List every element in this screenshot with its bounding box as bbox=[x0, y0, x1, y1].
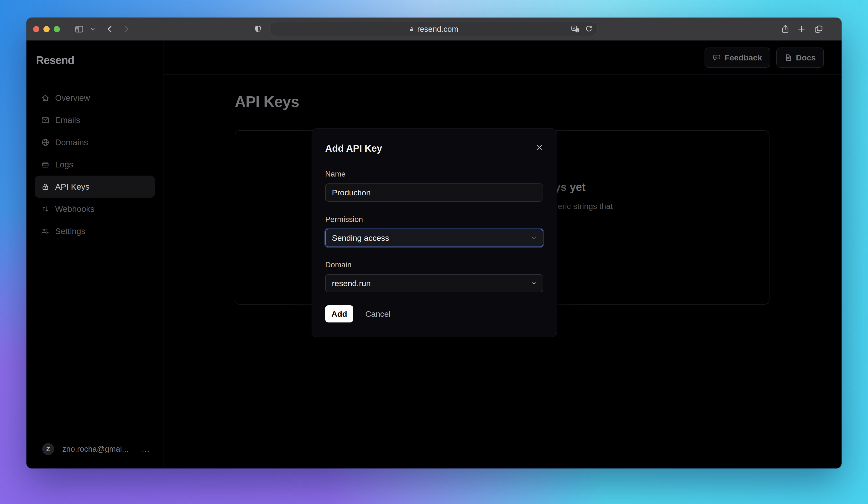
sidebar-item-settings[interactable]: Settings bbox=[35, 220, 155, 242]
add-button[interactable]: Add bbox=[325, 305, 353, 322]
sidebar-item-domains[interactable]: Domains bbox=[35, 131, 155, 153]
main-header: Feedback Docs bbox=[163, 41, 841, 74]
zoom-window-button[interactable] bbox=[54, 26, 60, 32]
settings-sliders-icon bbox=[41, 227, 50, 235]
reload-icon[interactable] bbox=[585, 25, 593, 33]
add-api-key-modal: Add API Key Name Permission Sending acce… bbox=[312, 129, 557, 337]
user-email: zno.rocha@gmai... bbox=[62, 444, 128, 454]
minimize-window-button[interactable] bbox=[43, 26, 50, 32]
lock-icon bbox=[409, 26, 414, 32]
svg-text:a: a bbox=[577, 28, 578, 32]
page-title: API Keys bbox=[235, 93, 299, 111]
close-window-button[interactable] bbox=[33, 26, 39, 32]
sidebar-item-label: Webhooks bbox=[55, 204, 94, 214]
traffic-lights bbox=[33, 18, 60, 41]
close-icon[interactable] bbox=[535, 143, 544, 152]
sidebar-item-label: Domains bbox=[55, 138, 88, 147]
webhooks-icon bbox=[41, 205, 50, 213]
privacy-shield-icon[interactable] bbox=[254, 18, 262, 41]
permission-value: Sending access bbox=[332, 233, 389, 243]
chevron-down-icon[interactable] bbox=[90, 18, 96, 41]
document-icon bbox=[785, 54, 792, 61]
sidebar-toggle-icon[interactable] bbox=[74, 18, 84, 41]
name-field[interactable] bbox=[325, 183, 543, 202]
docs-button[interactable]: Docs bbox=[776, 48, 824, 68]
url-text: resend.com bbox=[417, 24, 458, 34]
globe-icon bbox=[41, 138, 50, 147]
new-tab-icon[interactable] bbox=[797, 18, 806, 41]
browser-toolbar: resend.com A a bbox=[27, 18, 841, 41]
empty-state-heading-fragment: ys yet bbox=[555, 181, 586, 193]
user-account[interactable]: Z zno.rocha@gmai... ... bbox=[42, 443, 150, 455]
name-label: Name bbox=[325, 170, 543, 178]
mail-icon bbox=[41, 116, 50, 124]
sidebar-item-overview[interactable]: Overview bbox=[35, 87, 155, 109]
user-menu-icon[interactable]: ... bbox=[142, 444, 150, 454]
sidebar-nav: Overview Emails Domains bbox=[35, 87, 155, 242]
avatar: Z bbox=[42, 443, 54, 455]
domain-select[interactable]: resend.run bbox=[325, 274, 543, 292]
sidebar-item-label: Settings bbox=[55, 226, 85, 236]
domain-value: resend.run bbox=[332, 279, 371, 288]
sidebar: Resend Overview Emails bbox=[27, 41, 163, 468]
toolbar-divider bbox=[86, 24, 87, 34]
share-icon[interactable] bbox=[781, 18, 790, 41]
forward-button[interactable] bbox=[122, 18, 131, 41]
logs-icon bbox=[41, 160, 50, 169]
feedback-bubble-icon bbox=[713, 53, 721, 62]
feedback-label: Feedback bbox=[725, 53, 762, 62]
sidebar-item-logs[interactable]: Logs bbox=[35, 153, 155, 175]
sidebar-item-api-keys[interactable]: API Keys bbox=[35, 175, 155, 198]
sidebar-item-label: Logs bbox=[55, 160, 73, 169]
permission-select[interactable]: Sending access bbox=[325, 229, 543, 247]
sidebar-item-emails[interactable]: Emails bbox=[35, 109, 155, 131]
back-button[interactable] bbox=[105, 18, 115, 41]
chevron-down-icon bbox=[531, 235, 537, 241]
cancel-button[interactable]: Cancel bbox=[365, 309, 391, 319]
permission-label: Permission bbox=[325, 215, 543, 224]
tab-overview-icon[interactable] bbox=[814, 18, 823, 41]
domain-label: Domain bbox=[325, 260, 543, 269]
lock-icon bbox=[41, 182, 50, 191]
docs-label: Docs bbox=[796, 53, 816, 62]
feedback-button[interactable]: Feedback bbox=[705, 48, 770, 68]
sidebar-item-label: Overview bbox=[55, 93, 90, 103]
translate-icon[interactable]: A a bbox=[571, 25, 580, 33]
chevron-down-icon bbox=[531, 280, 537, 286]
sidebar-item-webhooks[interactable]: Webhooks bbox=[35, 198, 155, 220]
sidebar-item-label: Emails bbox=[55, 115, 80, 125]
home-icon bbox=[41, 94, 50, 102]
svg-text:A: A bbox=[573, 27, 575, 30]
url-bar[interactable]: resend.com A a bbox=[269, 22, 598, 36]
empty-state-body-fragment: eric strings that bbox=[558, 202, 613, 211]
sidebar-item-label: API Keys bbox=[55, 182, 90, 192]
modal-title: Add API Key bbox=[325, 129, 543, 154]
resend-logo: Resend bbox=[36, 54, 163, 67]
browser-window: resend.com A a bbox=[27, 18, 841, 468]
